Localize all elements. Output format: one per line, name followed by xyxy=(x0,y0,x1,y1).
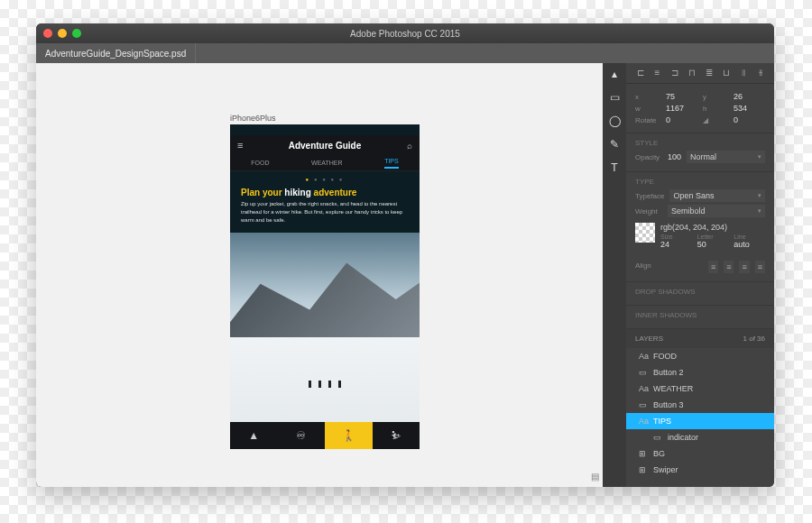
drop-shadows-section[interactable]: DROP SHADOWS xyxy=(626,282,774,306)
layer-name: TIPS xyxy=(653,417,671,426)
snorkel-icon: ⛷ xyxy=(373,422,420,449)
app-window: Adobe Photoshop CC 2015 AdventureGuide_D… xyxy=(36,23,774,487)
layer-row[interactable]: AaTIPS xyxy=(626,413,774,429)
y-label: y xyxy=(703,93,730,101)
layer-type-icon: Aa xyxy=(639,352,648,361)
style-section: STYLE Opacity 100 Normal xyxy=(626,133,774,172)
layer-row[interactable]: AaFOOD xyxy=(626,348,774,364)
text-align-right-icon[interactable]: ≡ xyxy=(739,261,749,273)
mock-hero-image xyxy=(230,233,420,422)
line-label: Line xyxy=(734,234,765,240)
letter-value[interactable]: 50 xyxy=(697,240,729,249)
rotate-label: Rotate xyxy=(635,116,662,124)
artboard-label[interactable]: iPhone6Plus xyxy=(230,114,276,123)
y-value[interactable]: 26 xyxy=(734,92,743,101)
line-value[interactable]: auto xyxy=(734,240,765,249)
tent-icon: ▲ xyxy=(230,422,278,449)
layers-list: AaFOOD▭Button 2AaWEATHER▭Button 3AaTIPS▭… xyxy=(626,348,774,487)
hero-body: Zip up your jacket, grab the right snack… xyxy=(241,200,409,225)
rect-tool[interactable]: ▭ xyxy=(607,90,622,105)
layer-type-icon: ▭ xyxy=(639,400,648,409)
type-tool[interactable]: T xyxy=(607,161,622,175)
properties-panel: ▴ ▭ ◯ ✎ T ⊏ ≡ ⊐ ⊓ ≣ ⊔ ⫴ ⫵ xyxy=(603,63,774,487)
align-left-icon[interactable]: ⊏ xyxy=(635,68,646,78)
mock-bottom-nav: ▲ ♾ 🚶 ⛷ xyxy=(230,422,420,449)
w-value[interactable]: 1167 xyxy=(666,104,684,113)
layer-name: BG xyxy=(653,449,665,458)
layer-type-icon: ⊞ xyxy=(639,449,648,458)
align-top-icon[interactable]: ⊓ xyxy=(687,68,697,78)
layers-count: 1 of 36 xyxy=(743,335,766,343)
size-label: Size xyxy=(660,234,692,240)
canvas[interactable]: iPhone6Plus ≡ Adventure Guide ⌕ FOOD WEA… xyxy=(36,63,603,487)
x-label: x xyxy=(635,93,662,101)
search-icon: ⌕ xyxy=(407,141,412,151)
text-align-left-icon[interactable]: ≡ xyxy=(708,261,718,273)
skew-value[interactable]: 0 xyxy=(734,115,738,124)
mock-tab-food: FOOD xyxy=(251,160,269,166)
document-tab[interactable]: AdventureGuide_DesignSpace.psd xyxy=(36,43,196,63)
layer-name: Swiper xyxy=(653,465,678,474)
align-controls: ⊏ ≡ ⊐ ⊓ ≣ ⊔ ⫴ ⫵ xyxy=(626,63,774,84)
toolstrip: ▴ ▭ ◯ ✎ T xyxy=(603,63,626,487)
hamburger-icon: ≡ xyxy=(237,140,243,151)
layer-type-icon: Aa xyxy=(639,417,648,426)
layer-name: Button 2 xyxy=(653,368,684,377)
h-label: h xyxy=(703,105,730,113)
mock-tab-weather: WEATHER xyxy=(311,160,342,166)
window-title: Adobe Photoshop CC 2015 xyxy=(36,29,774,39)
mock-hero: Plan your hiking adventure Zip up your j… xyxy=(230,188,420,225)
layer-type-icon: ⊞ xyxy=(639,465,648,474)
w-label: w xyxy=(635,105,662,113)
rotate-value[interactable]: 0 xyxy=(666,115,670,124)
color-swatch[interactable] xyxy=(635,223,655,243)
artboard[interactable]: ≡ Adventure Guide ⌕ FOOD WEATHER TIPS ● … xyxy=(230,124,420,449)
layer-row[interactable]: ⊞BG xyxy=(626,445,774,462)
x-value[interactable]: 75 xyxy=(666,92,675,101)
layer-row[interactable]: ▭Button 3 xyxy=(626,397,774,413)
opacity-value[interactable]: 100 xyxy=(668,152,681,161)
move-tool[interactable]: ▴ xyxy=(607,67,622,81)
letter-label: Letter xyxy=(697,234,729,240)
layer-type-icon: ▭ xyxy=(639,368,648,377)
text-align-label: Align xyxy=(635,262,662,270)
mock-header: ≡ Adventure Guide ⌕ xyxy=(230,135,420,155)
distribute-v-icon[interactable]: ⫵ xyxy=(755,68,766,78)
text-align-justify-icon[interactable]: ≡ xyxy=(755,261,765,273)
layer-row[interactable]: ▭indicator xyxy=(626,429,774,445)
typeface-dropdown[interactable]: Open Sans xyxy=(669,189,765,202)
layer-row[interactable]: ▭Button 2 xyxy=(626,364,774,381)
blend-dropdown[interactable]: Normal xyxy=(687,151,765,163)
align-right-icon[interactable]: ⊐ xyxy=(669,68,680,78)
titlebar: Adobe Photoshop CC 2015 xyxy=(36,23,774,43)
canvas-layer-icon[interactable]: ▤ xyxy=(591,472,599,482)
color-value: rgb(204, 204, 204) xyxy=(660,223,765,232)
transform-section: x75 y26 w1167 h534 Rotate0 ◢0 xyxy=(626,84,774,133)
ellipse-tool[interactable]: ◯ xyxy=(607,114,622,128)
pen-tool[interactable]: ✎ xyxy=(607,137,622,151)
layer-row[interactable]: ⊞Swiper xyxy=(626,462,774,478)
hero-mid: hiking xyxy=(284,188,310,197)
inner-shadows-heading: INNER SHADOWS xyxy=(635,311,765,319)
distribute-h-icon[interactable]: ⫴ xyxy=(738,68,749,78)
bike-icon: ♾ xyxy=(278,422,326,449)
text-align-center-icon[interactable]: ≡ xyxy=(724,261,734,273)
mock-tabs: FOOD WEATHER TIPS xyxy=(230,155,420,171)
document-tabbar: AdventureGuide_DesignSpace.psd xyxy=(36,43,774,63)
inner-shadows-section[interactable]: INNER SHADOWS xyxy=(626,306,774,329)
align-center-h-icon[interactable]: ≡ xyxy=(652,68,663,78)
type-heading: TYPE xyxy=(635,178,765,186)
mock-tab-tips: TIPS xyxy=(384,158,399,169)
layer-row[interactable]: AaWEATHER xyxy=(626,381,774,397)
size-value[interactable]: 24 xyxy=(660,240,692,249)
style-heading: STYLE xyxy=(635,139,765,147)
mock-title: Adventure Guide xyxy=(289,141,362,151)
opacity-label: Opacity xyxy=(635,153,662,161)
layer-name: Button 3 xyxy=(653,400,684,409)
layers-heading: LAYERS xyxy=(635,335,663,343)
align-bottom-icon[interactable]: ⊔ xyxy=(721,68,732,78)
weight-label: Weight xyxy=(635,207,662,216)
h-value[interactable]: 534 xyxy=(734,104,747,113)
weight-dropdown[interactable]: Semibold xyxy=(668,205,765,217)
align-middle-icon[interactable]: ≣ xyxy=(704,68,715,78)
